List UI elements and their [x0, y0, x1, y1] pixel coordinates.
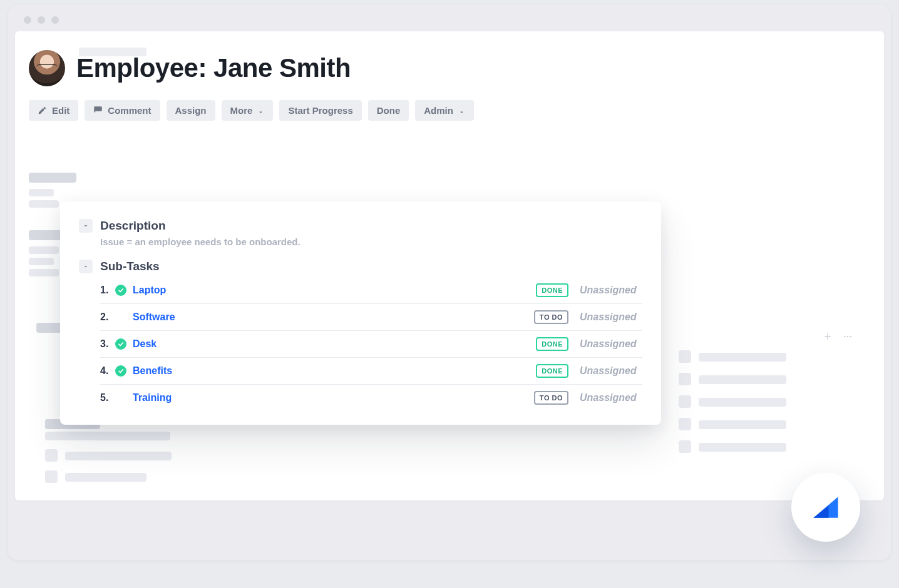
subtask-link[interactable]: Training [133, 392, 172, 403]
subtask-row: 2.SoftwareTO DOUnassigned [100, 304, 642, 331]
svg-point-0 [844, 336, 846, 338]
send-icon [808, 490, 843, 525]
issue-detail-card: Description Issue = an employee needs to… [60, 201, 661, 425]
skeleton [679, 418, 691, 430]
subtask-link[interactable]: Laptop [133, 285, 166, 296]
done-button[interactable]: Done [368, 100, 409, 121]
window-dot-max[interactable] [51, 16, 59, 24]
skeleton [29, 246, 59, 254]
edit-label: Edit [52, 105, 69, 116]
status-badge: DONE [536, 364, 568, 378]
subtask-link[interactable]: Benefits [133, 365, 172, 377]
comment-button[interactable]: Comment [85, 100, 160, 121]
breadcrumb-placeholder [79, 48, 146, 56]
skeleton [65, 452, 172, 460]
skeleton [45, 449, 58, 462]
admin-label: Admin [424, 105, 453, 116]
more-label: More [230, 105, 253, 116]
description-heading: Description [100, 219, 166, 233]
status-badge: TO DO [534, 391, 568, 405]
subtask-assignee[interactable]: Unassigned [580, 392, 642, 403]
status-badge: TO DO [534, 310, 568, 324]
skeleton [29, 269, 59, 276]
skeleton [29, 200, 59, 208]
subtask-actions [823, 332, 854, 344]
assign-label: Assign [175, 105, 207, 116]
subtask-assignee[interactable]: Unassigned [580, 365, 642, 377]
subtasks-heading: Sub-Tasks [100, 260, 160, 273]
description-text: Issue = an employee needs to be onboarde… [79, 236, 642, 247]
subtask-row: 3.DeskDONEUnassigned [100, 331, 642, 358]
subtask-number: 2. [100, 312, 115, 323]
subtask-number: 1. [100, 285, 115, 296]
subtask-number: 5. [100, 392, 115, 403]
subtask-number: 3. [100, 338, 115, 350]
more-button[interactable]: More [222, 100, 274, 121]
subtask-assignee[interactable]: Unassigned [580, 285, 642, 296]
chevron-down-icon [82, 222, 90, 230]
subtask-number: 4. [100, 365, 115, 377]
subtask-link[interactable]: Software [133, 312, 175, 323]
subtasks-list: 1.LaptopDONEUnassigned2.SoftwareTO DOUna… [79, 277, 642, 411]
skeleton [699, 375, 786, 384]
skeleton [29, 173, 76, 183]
skeleton [679, 373, 691, 385]
skeleton [699, 443, 786, 452]
skeleton [45, 432, 170, 440]
window-dot-close[interactable] [24, 16, 31, 24]
skeleton [45, 470, 58, 483]
svg-point-1 [847, 336, 849, 338]
app-launcher-fab[interactable] [791, 473, 860, 542]
comment-icon [93, 106, 103, 115]
app-page: Employee: Jane Smith Edit Comment Assign [15, 31, 884, 500]
check-circle-icon [115, 365, 126, 377]
page-header: Employee: Jane Smith [15, 31, 884, 86]
chevron-down-icon [458, 107, 465, 114]
subtask-assignee[interactable]: Unassigned [580, 312, 642, 323]
collapse-description-button[interactable] [79, 219, 93, 233]
subtask-assignee[interactable]: Unassigned [580, 338, 642, 350]
admin-button[interactable]: Admin [415, 100, 474, 121]
window-dot-min[interactable] [38, 16, 45, 24]
skeleton [699, 420, 786, 429]
more-options-icon[interactable] [841, 332, 854, 344]
window-controls [24, 16, 59, 24]
issue-toolbar: Edit Comment Assign More Start Progress [15, 86, 884, 121]
skeleton [679, 350, 691, 363]
skeleton [679, 440, 691, 453]
subtask-row: 4.BenefitsDONEUnassigned [100, 358, 642, 385]
comment-label: Comment [108, 105, 151, 116]
pencil-icon [38, 106, 47, 115]
subtask-row: 5.TrainingTO DOUnassigned [100, 385, 642, 411]
done-label: Done [377, 105, 401, 116]
svg-point-2 [850, 336, 851, 338]
edit-button[interactable]: Edit [29, 100, 78, 121]
page-title: Employee: Jane Smith [76, 53, 351, 83]
employee-avatar[interactable] [29, 50, 65, 86]
start-progress-button[interactable]: Start Progress [279, 100, 361, 121]
skeleton [65, 473, 146, 482]
skeleton [29, 258, 54, 265]
check-circle-icon [115, 338, 126, 350]
skeleton [699, 398, 786, 407]
check-circle-icon [115, 285, 126, 296]
status-badge: DONE [536, 337, 568, 351]
device-frame: Employee: Jane Smith Edit Comment Assign [8, 4, 891, 560]
chevron-down-icon [257, 107, 264, 114]
assign-button[interactable]: Assign [167, 100, 215, 121]
collapse-subtasks-button[interactable] [79, 260, 93, 273]
subtask-link[interactable]: Desk [133, 338, 157, 350]
start-progress-label: Start Progress [288, 105, 352, 116]
add-subtask-icon[interactable] [823, 332, 833, 344]
skeleton [699, 353, 786, 362]
skeleton [29, 189, 54, 196]
subtask-row: 1.LaptopDONEUnassigned [100, 277, 642, 304]
skeleton [679, 395, 691, 408]
status-badge: DONE [536, 283, 568, 297]
chevron-down-icon [82, 263, 90, 270]
